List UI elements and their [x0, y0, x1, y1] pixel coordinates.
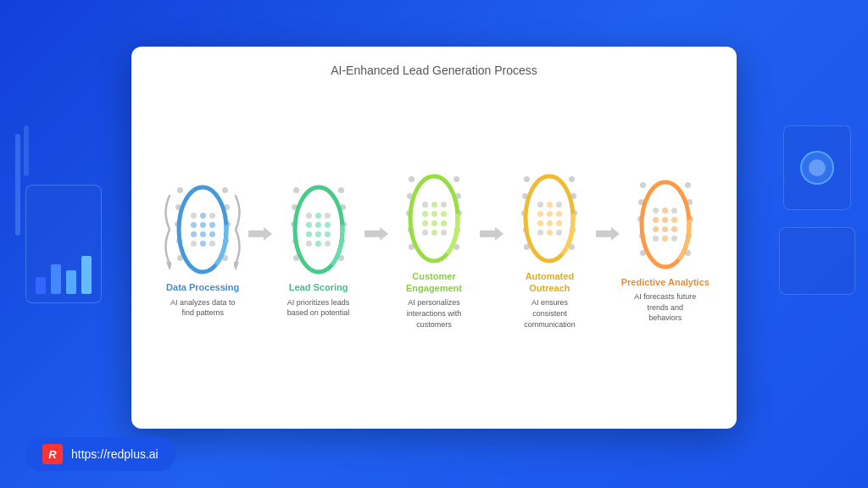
arrow	[364, 225, 388, 242]
redplus-icon: R	[42, 444, 63, 464]
deco-right	[749, 108, 860, 380]
svg-marker-7	[364, 227, 388, 241]
stage-desc-automated-outreach: AI ensures consistent communication	[515, 297, 583, 330]
card-title: AI-Enhanced Lead Generation Process	[331, 64, 537, 77]
diagram-area: Data ProcessingAI analyzes data to find …	[157, 90, 711, 412]
stage-customer-engagement: Customer EngagementAI personalizes inter…	[388, 172, 480, 330]
main-card: AI-Enhanced Lead Generation Process Data…	[131, 47, 737, 429]
oval-data-processing	[173, 183, 232, 276]
oval-predictive-analytics	[636, 178, 695, 271]
stage-label-predictive-analytics: Predictive Analytics	[621, 276, 709, 288]
url-text: https://redplus.ai	[71, 447, 159, 461]
stage-label-customer-engagement: Customer Engagement	[388, 270, 480, 295]
stage-desc-customer-engagement: AI personalizes interactions with custom…	[400, 297, 468, 330]
stage-predictive-analytics: Predictive AnalyticsAI forecasts future …	[620, 178, 711, 324]
arrow	[596, 225, 620, 242]
arrow	[480, 225, 504, 242]
stage-desc-lead-scoring: AI prioritizes leads based on potential	[285, 297, 353, 319]
deco-left	[8, 117, 110, 371]
stage-lead-scoring: Lead ScoringAI prioritizes leads based o…	[272, 183, 364, 318]
svg-marker-10	[480, 227, 504, 241]
svg-marker-1	[234, 262, 239, 270]
oval-automated-outreach	[520, 172, 579, 265]
arrow	[248, 225, 272, 242]
url-bar[interactable]: R https://redplus.ai	[25, 437, 175, 471]
stage-label-data-processing: Data Processing	[166, 281, 239, 293]
stage-label-automated-outreach: Automated Outreach	[504, 270, 595, 295]
stage-desc-predictive-analytics: AI forecasts future trends and behaviors	[632, 291, 699, 324]
stage-automated-outreach: Automated OutreachAI ensures consistent …	[504, 172, 595, 330]
svg-marker-13	[596, 227, 620, 241]
svg-marker-0	[166, 262, 171, 270]
oval-customer-engagement	[404, 172, 464, 265]
oval-lead-scoring	[289, 183, 348, 276]
svg-marker-4	[248, 227, 272, 241]
stage-label-lead-scoring: Lead Scoring	[289, 281, 348, 293]
stage-desc-data-processing: AI analyzes data to find patterns	[169, 297, 236, 319]
stage-data-processing: Data ProcessingAI analyzes data to find …	[157, 183, 248, 318]
